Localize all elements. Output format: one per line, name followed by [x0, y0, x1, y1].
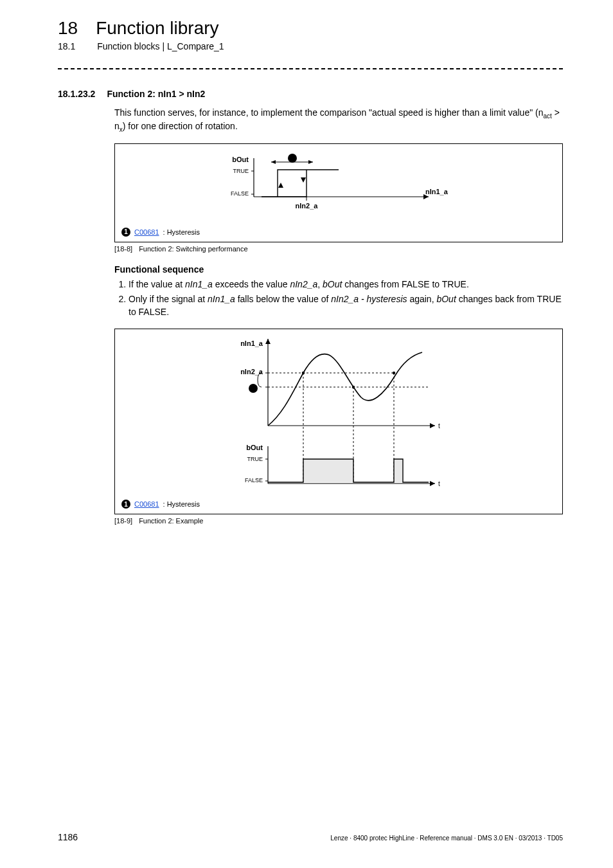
fig2-label-nin2a: nIn2_a — [240, 368, 263, 375]
svg-rect-33 — [394, 459, 403, 482]
fig1-tag: [18-8] — [114, 245, 132, 253]
fig1-label-nin2a: nIn2_a — [296, 202, 319, 210]
func-seq-item-2: Only if the signal at nIn1_a falls below… — [129, 293, 563, 318]
func-seq-heading: Functional sequence — [114, 264, 563, 275]
subsection-title: Function 2: nIn1 > nIn2 — [107, 89, 205, 99]
section-number: 18.1 — [58, 41, 75, 51]
svg-marker-15 — [430, 423, 435, 428]
fig1-legend-link[interactable]: C00681 — [134, 228, 159, 236]
section-title: Function blocks | L_Compare_1 — [97, 41, 224, 51]
fig1-label-true: TRUE — [233, 168, 249, 174]
separator-rule — [58, 68, 563, 69]
svg-marker-9 — [308, 160, 313, 164]
figure-18-9: t nIn1_a nIn2_a 1 — [114, 329, 563, 514]
func-seq-item-1: If the value at nIn1_a exceeds the value… — [129, 278, 563, 291]
fig2-legend-text: : Hysteresis — [163, 500, 200, 508]
fig1-label-false: FALSE — [231, 190, 249, 197]
fig2-label-false: FALSE — [245, 477, 263, 484]
svg-marker-29 — [430, 481, 435, 486]
chapter-number: 18 — [58, 18, 78, 39]
fig2-badge-1: 1 — [251, 385, 254, 392]
svg-marker-5 — [278, 183, 283, 188]
subsection-number: 18.1.23.2 — [58, 89, 95, 99]
func-seq-list: If the value at nIn1_a exceeds the value… — [114, 278, 563, 319]
fig2-t-upper: t — [438, 422, 440, 429]
page-number: 1186 — [58, 832, 78, 842]
fig2-t-lower: t — [438, 480, 440, 487]
fig2-label-bout: bOut — [246, 444, 263, 451]
figure-18-8: bOut TRUE FALSE — [114, 143, 563, 242]
svg-marker-13 — [265, 339, 271, 344]
figure-18-9-svg: t nIn1_a nIn2_a 1 — [172, 336, 506, 493]
fig2-caption: Function 2: Example — [139, 517, 203, 525]
fig2-label-nin1a: nIn1_a — [240, 339, 263, 347]
fig1-label-bout: bOut — [232, 156, 249, 163]
fig1-badge-1: 1 — [290, 155, 294, 161]
fig2-legend-link[interactable]: C00681 — [134, 500, 159, 508]
fig2-label-true: TRUE — [247, 456, 263, 462]
figure-18-8-svg: bOut TRUE FALSE — [172, 150, 506, 221]
fig1-legend-text: : Hysteresis — [163, 228, 200, 236]
fig1-caption: Function 2: Switching performance — [139, 245, 247, 253]
fig1-legend-badge: 1 — [121, 228, 130, 237]
fig2-tag: [18-9] — [114, 517, 132, 525]
svg-marker-6 — [301, 177, 306, 183]
svg-rect-32 — [303, 459, 353, 482]
svg-marker-8 — [271, 160, 276, 164]
chapter-title: Function library — [96, 18, 218, 39]
fig1-label-nin1a: nIn1_a — [425, 188, 449, 195]
fig2-legend-badge: 1 — [121, 500, 130, 509]
intro-paragraph: This function serves, for instance, to i… — [114, 107, 563, 134]
doc-info: Lenze · 8400 protec HighLine · Reference… — [330, 835, 563, 842]
